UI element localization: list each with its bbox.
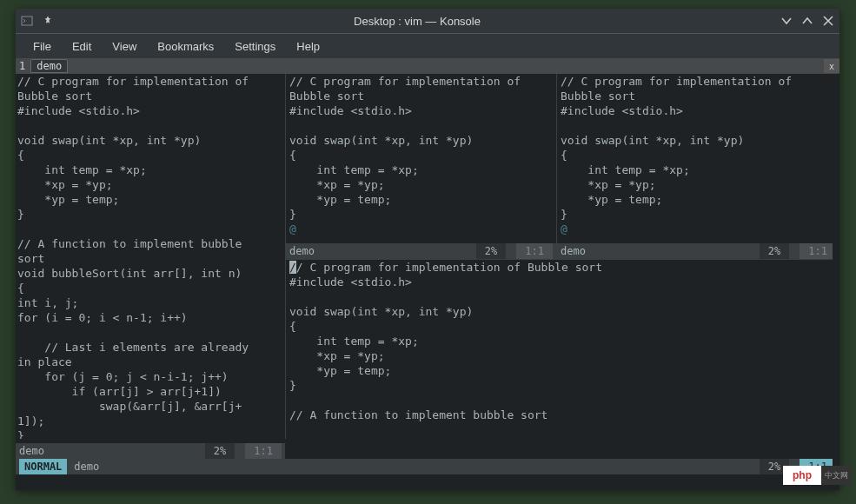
watermark-suffix: 中文网 (821, 466, 851, 485)
vim-mode-badge: NORMAL (19, 459, 67, 474)
status-position: 1:1 (516, 243, 553, 259)
vim-pane-bottom[interactable]: // C program for implementation of Bubbl… (286, 260, 839, 423)
command-line[interactable] (16, 474, 839, 490)
code-line1-rest: / C program for implementation of Bubble… (296, 261, 602, 274)
terminal-area[interactable]: // C program for implementation of Bubbl… (16, 74, 839, 490)
pin-icon[interactable] (42, 15, 54, 27)
tab-bar: 1 demo x (16, 58, 839, 74)
status-filename: demo (67, 459, 106, 474)
status-percent: 2% (476, 243, 506, 259)
vim-pane-top-right[interactable]: // C program for implementation of Bubbl… (557, 74, 839, 243)
close-button[interactable] (822, 15, 834, 27)
tab-index: 1 (16, 60, 29, 72)
vim-pane-left[interactable]: // C program for implementation of Bubbl… (16, 74, 285, 439)
window-title: Desktop : vim — Konsole (54, 15, 780, 28)
status-position: 1:1 (800, 243, 836, 259)
scrollbar[interactable] (833, 74, 839, 490)
watermark-badge: php 中文网 (783, 466, 851, 485)
minimize-button[interactable] (780, 15, 793, 27)
at-sign-tm: @ (289, 222, 296, 235)
konsole-window: Desktop : vim — Konsole File Edit View B… (16, 9, 839, 490)
vim-pane-top-middle[interactable]: // C program for implementation of Bubbl… (286, 74, 556, 243)
titlebar[interactable]: Desktop : vim — Konsole (16, 9, 839, 33)
status-percent: 2% (205, 443, 235, 459)
code-content-tr: // C program for implementation of Bubbl… (561, 75, 792, 221)
status-position: 1:1 (245, 443, 282, 459)
menu-settings[interactable]: Settings (226, 36, 284, 56)
watermark-text: php (783, 469, 821, 481)
status-bar-top-right: demo 2% 1:1 (557, 243, 839, 259)
menu-view[interactable]: View (103, 36, 145, 56)
status-bar-left: demo 2% 1:1 (16, 443, 285, 459)
menu-edit[interactable]: Edit (63, 36, 100, 56)
menu-bookmarks[interactable]: Bookmarks (149, 36, 222, 56)
close-icon: x (829, 62, 834, 71)
menubar: File Edit View Bookmarks Settings Help (16, 34, 839, 58)
status-filename: demo (19, 443, 44, 459)
tab-label: demo (36, 60, 62, 72)
cursor: / (289, 261, 296, 274)
code-content-bottom: #include <stdio.h> void swap(int *xp, in… (289, 275, 547, 423)
status-bar-active: NORMAL demo 2% 1:1 (16, 459, 839, 474)
status-bar-top-middle: demo 2% 1:1 (286, 243, 556, 259)
maximize-button[interactable] (801, 15, 813, 27)
terminal-icon (21, 15, 33, 27)
at-sign-tr: @ (561, 222, 567, 235)
status-filename: demo (561, 243, 586, 259)
code-content-tm: // C program for implementation of Bubbl… (289, 75, 521, 221)
status-percent: 2% (760, 243, 789, 259)
tab-close-button[interactable]: x (824, 59, 839, 73)
menu-file[interactable]: File (24, 36, 60, 56)
tab-demo[interactable]: demo (30, 59, 68, 73)
menu-help[interactable]: Help (288, 36, 328, 56)
status-filename: demo (289, 243, 315, 259)
svg-rect-0 (22, 17, 32, 25)
